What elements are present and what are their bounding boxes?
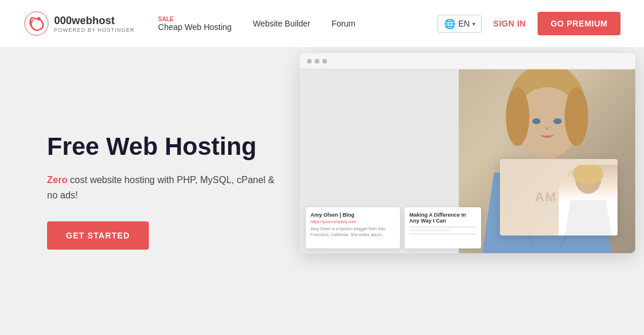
- blog-card-url: https://yourcompany.com: [311, 220, 395, 224]
- hero-subtitle-rest: cost website hosting with PHP, MySQL, cP…: [47, 175, 275, 200]
- making-difference-card: Making A Difference In Any Way I Can: [405, 207, 481, 248]
- svg-point-0: [25, 12, 48, 35]
- amy-figure: [559, 165, 618, 236]
- browser-dot-b: [315, 59, 319, 64]
- browser-dot-c: [322, 59, 327, 64]
- logo-icon: [24, 11, 49, 37]
- get-started-button[interactable]: GET STARTED: [47, 221, 149, 250]
- amy-person: [559, 165, 618, 236]
- website-builder-link[interactable]: Website Builder: [253, 19, 311, 28]
- blog-card-text: Amy Olsen is a fashion blogger from San …: [311, 226, 395, 238]
- svg-point-6: [532, 118, 540, 124]
- card-line-2: [409, 230, 449, 231]
- blog-card: Amy Olsen | Blog https://yourcompany.com…: [306, 207, 400, 248]
- card-line-3: [409, 233, 476, 235]
- hero-highlight: Zero: [47, 175, 68, 185]
- lang-label: EN: [458, 19, 469, 28]
- hero-title: Free Web Hosting: [47, 132, 282, 161]
- blog-card-title: Amy Olsen | Blog: [311, 212, 395, 218]
- browser-bar-main: [300, 53, 635, 69]
- cheap-hosting-link[interactable]: Cheap Web Hosting: [158, 22, 232, 32]
- hero-right: Amy Olsen | Blog https://yourcompany.com…: [282, 47, 597, 335]
- browser-content: Amy Olsen | Blog https://yourcompany.com…: [300, 69, 635, 253]
- svg-point-7: [553, 118, 562, 124]
- logo[interactable]: 000webhost POWERED BY HOSTINGER: [24, 11, 135, 37]
- browser-mockup-main: Amy Olsen | Blog https://yourcompany.com…: [300, 53, 635, 253]
- browser-dot-a: [307, 59, 312, 64]
- svg-point-5: [565, 87, 588, 146]
- logo-powered-by: POWERED BY HOSTINGER: [54, 27, 135, 33]
- hero-left: Free Web Hosting Zero cost website hosti…: [47, 132, 282, 250]
- making-difference-title: Making A Difference In Any Way I Can: [409, 212, 476, 224]
- language-selector[interactable]: 🌐 EN ▾: [438, 15, 481, 33]
- amy-overlay: AMY O: [500, 159, 618, 236]
- chevron-down-icon: ▾: [472, 21, 475, 27]
- card-lines: [409, 226, 476, 235]
- nav-links: SALE Cheap Web Hosting Website Builder F…: [158, 16, 438, 32]
- logo-text: 000webhost POWERED BY HOSTINGER: [54, 15, 135, 33]
- svg-point-1: [37, 17, 41, 21]
- hero-subtitle: Zero cost website hosting with PHP, MySQ…: [47, 173, 282, 203]
- nav-cheap-hosting[interactable]: SALE Cheap Web Hosting: [158, 16, 232, 32]
- hero-section: Free Web Hosting Zero cost website hosti…: [0, 47, 644, 335]
- go-premium-button[interactable]: GO PREMIUM: [538, 12, 620, 35]
- card-line-1: [409, 226, 476, 228]
- globe-icon: 🌐: [444, 18, 456, 29]
- sale-badge: SALE: [158, 16, 232, 22]
- navbar: 000webhost POWERED BY HOSTINGER SALE Che…: [0, 0, 644, 47]
- forum-link[interactable]: Forum: [332, 19, 355, 28]
- nav-right: 🌐 EN ▾ SIGN IN GO PREMIUM: [438, 12, 620, 35]
- logo-brand: 000webhost: [54, 15, 135, 27]
- sign-in-button[interactable]: SIGN IN: [493, 19, 526, 28]
- svg-point-4: [506, 87, 529, 146]
